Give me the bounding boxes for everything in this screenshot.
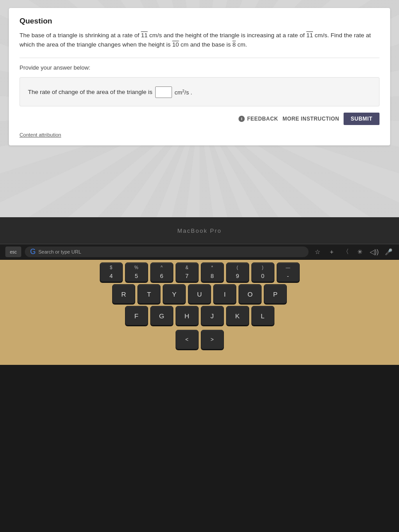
key-y[interactable]: Y: [163, 284, 186, 304]
key-8[interactable]: * 8: [201, 262, 224, 282]
answer-area: The rate of change of the area of the tr…: [20, 77, 379, 106]
feedback-button[interactable]: i FEEDBACK: [239, 116, 278, 122]
action-row: i FEEDBACK MORE INSTRUCTION SUBMIT: [20, 113, 379, 125]
volume-icon[interactable]: ◁)): [369, 246, 379, 257]
macbook-label: MacBook Pro: [177, 227, 222, 234]
touch-bar: esc G Search or type URL ☆ + 〈 ✳ ◁)) 🎤: [0, 244, 399, 260]
search-placeholder-text: Search or type URL: [38, 249, 81, 254]
siri-icon[interactable]: 🎤: [383, 246, 394, 257]
google-logo: G: [30, 248, 35, 256]
key-k[interactable]: K: [226, 306, 249, 325]
bookmark-icon[interactable]: ☆: [312, 246, 323, 257]
escape-key[interactable]: esc: [5, 246, 21, 257]
key-t[interactable]: T: [137, 284, 160, 304]
key-l[interactable]: L: [251, 306, 274, 325]
bottom-row: < >: [4, 330, 395, 349]
key-f[interactable]: F: [125, 306, 148, 325]
screen-area: Question The base of a triangle is shrin…: [0, 0, 399, 217]
key-j[interactable]: J: [201, 306, 224, 325]
question-title: Question: [20, 17, 379, 26]
answer-input[interactable]: [155, 86, 172, 98]
question-body: The base of a triangle is shrinking at a…: [20, 31, 379, 50]
address-bar[interactable]: G Search or type URL: [25, 246, 309, 257]
key-r[interactable]: R: [112, 284, 135, 304]
feedback-icon: i: [239, 116, 245, 122]
answer-row: The rate of change of the area of the tr…: [28, 86, 371, 98]
key-p[interactable]: P: [264, 284, 287, 304]
provide-answer-label: Provide your answer below:: [20, 58, 379, 71]
feedback-label: FEEDBACK: [247, 116, 278, 122]
keyboard-area: $ 4 % 5 ^ 6 & 7 * 8 ( 9 ) 0 — -: [0, 260, 399, 365]
number-row: $ 4 % 5 ^ 6 & 7 * 8 ( 9 ) 0 — -: [4, 262, 395, 282]
home-row: F G H J K L: [4, 306, 395, 325]
key-7[interactable]: & 7: [176, 262, 199, 282]
brightness-icon[interactable]: ✳: [355, 246, 365, 257]
key-4[interactable]: $ 4: [100, 262, 123, 282]
key-o[interactable]: O: [239, 284, 262, 304]
macbook-bezel: MacBook Pro: [0, 217, 399, 244]
key-0[interactable]: ) 0: [251, 262, 274, 282]
key-u[interactable]: U: [188, 284, 211, 304]
question-card: Question The base of a triangle is shrin…: [9, 8, 390, 145]
key-minus[interactable]: — -: [277, 262, 300, 282]
key-chevron-left[interactable]: <: [176, 330, 199, 349]
content-attribution-link[interactable]: Content attribution: [20, 130, 379, 138]
back-icon[interactable]: 〈: [340, 246, 351, 257]
key-g[interactable]: G: [150, 306, 173, 325]
qwerty-row: R T Y U I O P: [4, 284, 395, 304]
answer-prefix-text: The rate of change of the area of the tr…: [28, 89, 153, 95]
submit-button[interactable]: SUBMIT: [344, 113, 379, 125]
more-instruction-button[interactable]: MORE INSTRUCTION: [282, 116, 339, 122]
key-6[interactable]: ^ 6: [150, 262, 173, 282]
unit-text: cm2/s .: [175, 89, 192, 96]
key-h[interactable]: H: [176, 306, 199, 325]
add-tab-icon[interactable]: +: [326, 246, 337, 257]
key-5[interactable]: % 5: [125, 262, 148, 282]
key-i[interactable]: I: [213, 284, 236, 304]
key-9[interactable]: ( 9: [226, 262, 249, 282]
key-chevron-right[interactable]: >: [201, 330, 224, 349]
